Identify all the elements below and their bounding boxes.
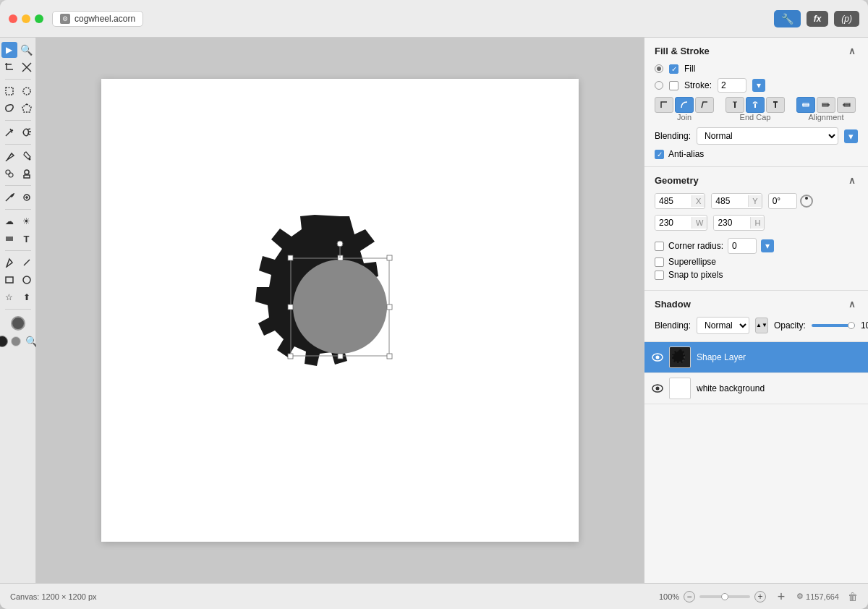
opacity-slider[interactable] [812,324,855,327]
blending-arrow-btn[interactable]: ▾ [844,129,858,143]
snap-checkbox[interactable] [655,271,664,280]
shadow-collapse[interactable]: ∧ [846,298,858,310]
healing-tool[interactable] [19,189,35,205]
corner-radius-checkbox[interactable] [655,242,664,251]
shadow-blend-arrows[interactable]: ▲▼ [755,318,768,333]
antialias-row: ✓ Anti-alias [655,149,858,159]
angle-field [768,193,813,209]
rotation-handle[interactable] [337,241,343,247]
align-outside[interactable] [837,97,856,113]
stroke-dropdown[interactable]: ▾ [752,79,765,92]
y-input[interactable] [712,194,748,208]
zoom-slider[interactable] [699,595,750,598]
w-input[interactable] [655,216,692,230]
ellipse-outline-tool[interactable] [19,272,35,288]
rect-shape-tool[interactable] [1,231,17,247]
vector-pen-tool[interactable] [1,255,17,271]
stroke-value-input[interactable] [718,78,746,93]
star-tool[interactable]: ☆ [1,289,17,305]
lasso-tool[interactable] [1,101,17,116]
alignment-group: Alignment [796,97,856,122]
main-layout: ▶ 🔍 [0,38,868,583]
document-tab[interactable]: ⚙ cogwheel.acorn [52,11,143,27]
zoom-tool[interactable]: 🔍 [19,42,35,58]
stamp-tool[interactable] [19,166,35,182]
handle-mr[interactable] [387,304,392,310]
cap-butt[interactable] [726,97,744,113]
polygon-tool[interactable]: ⬆ [19,289,35,305]
align-center[interactable] [796,97,815,113]
layer-eye-shape[interactable] [652,352,663,363]
tools-button[interactable]: 🔧 [774,10,801,27]
clone-tool[interactable] [1,166,17,182]
svg-line-13 [24,260,30,265]
rect-outline-tool[interactable] [1,272,17,288]
add-layer-btn[interactable]: + [775,590,788,603]
layer-item-shape[interactable]: Shape Layer [644,342,868,373]
tool-row-13: ☆ ⬆ [1,289,35,305]
foreground-color[interactable] [11,316,25,331]
background-swatch[interactable] [11,336,21,346]
join-round[interactable] [675,97,694,113]
shadow-blending-select[interactable]: Normal [697,317,749,334]
antialias-checkbox[interactable]: ✓ [655,150,664,159]
fill-radio[interactable] [655,64,663,73]
fullscreen-button[interactable] [35,14,43,23]
zoom-out-btn[interactable]: − [684,591,695,602]
align-inside[interactable] [817,97,835,113]
handle-tl[interactable] [288,255,293,260]
brush-tool[interactable] [1,189,17,205]
text-tool[interactable]: T [19,231,35,247]
join-buttons [655,97,714,113]
pen-tool[interactable] [1,148,17,164]
transform-tool[interactable] [19,59,35,75]
crop-tool[interactable] [1,59,17,75]
quick-select-tool[interactable] [19,124,35,140]
join-miter[interactable] [655,97,673,113]
handle-br[interactable] [387,354,392,359]
delete-layer-btn[interactable]: 🗑 [848,591,858,602]
handle-ml[interactable] [288,304,293,310]
p-button[interactable]: (p) [834,11,859,27]
h-input[interactable] [714,216,750,230]
angle-dot [805,197,808,200]
handle-bl[interactable] [288,354,293,359]
zoom-in-btn[interactable]: + [754,591,766,602]
close-button[interactable] [9,14,17,23]
rect-marquee-tool[interactable] [1,83,17,99]
cloud-tool[interactable]: ☁ [1,213,17,229]
handle-bm[interactable] [338,354,343,359]
layer-eye-background[interactable] [652,383,663,394]
layer-item-background[interactable]: white background [644,373,868,404]
join-bevel[interactable] [695,97,714,113]
fill-stroke-collapse[interactable]: ∧ [846,45,858,56]
line-tool[interactable] [19,255,35,271]
magic-wand-tool[interactable] [1,124,17,140]
cap-round[interactable] [746,97,765,113]
canvas-area[interactable] [36,38,644,583]
handle-tr[interactable] [387,255,392,260]
angle-input[interactable] [768,193,797,209]
settings-btn[interactable]: ⚙ 1157,664 [796,592,839,601]
cap-square[interactable] [766,97,785,113]
paint-bucket-tool[interactable] [19,148,35,164]
corner-radius-input[interactable] [728,238,757,254]
join-group: Join [655,97,714,122]
select-tool[interactable]: ▶ [1,42,17,58]
minimize-button[interactable] [22,14,30,23]
blending-select[interactable]: Normal Multiply Screen Overlay [697,127,838,145]
stroke-radio[interactable] [655,81,663,90]
poly-lasso-tool[interactable] [19,101,35,116]
corner-radius-dropdown[interactable]: ▾ [761,239,774,252]
geometry-collapse[interactable]: ∧ [846,174,858,186]
fx-button[interactable]: fx [807,11,829,27]
document-title: cogwheel.acorn [75,14,135,24]
stroke-checkbox[interactable] [669,81,678,90]
ellipse-marquee-tool[interactable] [19,83,35,99]
superellipse-checkbox[interactable] [655,257,664,267]
foreground-swatch[interactable] [0,336,8,347]
sun-tool[interactable]: ☀ [19,213,35,229]
x-input[interactable] [655,194,692,208]
toolbar: ▶ 🔍 [0,38,36,583]
fill-checkbox[interactable]: ✓ [669,64,678,74]
